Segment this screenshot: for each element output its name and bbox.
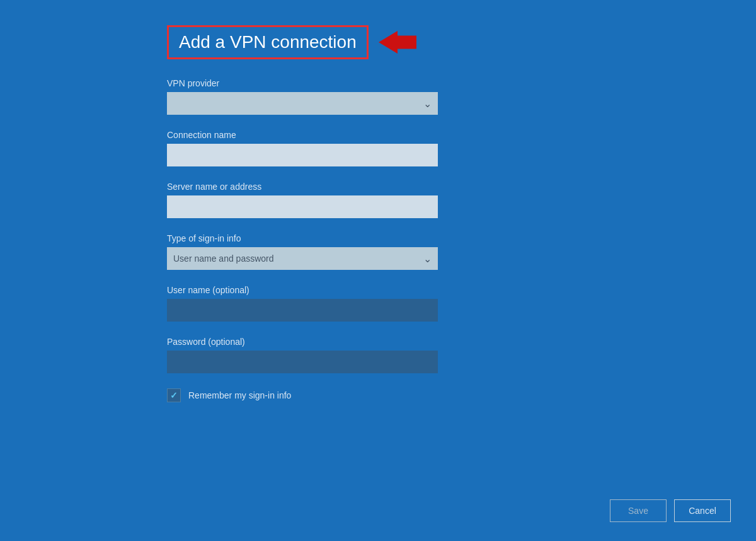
- page-title: Add a VPN connection: [179, 32, 357, 52]
- password-group: Password (optional): [167, 337, 454, 373]
- vpn-provider-select[interactable]: [167, 92, 438, 115]
- remember-signin-checkbox[interactable]: ✓: [167, 388, 181, 402]
- connection-name-label: Connection name: [167, 130, 454, 140]
- sign-in-type-select-wrapper[interactable]: User name and password Certificate Smart…: [167, 247, 438, 270]
- connection-name-input[interactable]: [167, 144, 438, 166]
- username-group: User name (optional): [167, 285, 454, 322]
- buttons-area: Save Cancel: [610, 499, 731, 522]
- vpn-provider-label: VPN provider: [167, 78, 454, 88]
- sign-in-type-group: Type of sign-in info User name and passw…: [167, 233, 454, 270]
- save-button[interactable]: Save: [610, 499, 667, 522]
- server-name-input[interactable]: [167, 195, 438, 218]
- vpn-provider-select-wrapper[interactable]: [167, 92, 438, 115]
- password-input[interactable]: [167, 351, 438, 373]
- title-area: Add a VPN connection: [167, 25, 454, 59]
- username-label: User name (optional): [167, 285, 454, 295]
- title-box: Add a VPN connection: [167, 25, 369, 59]
- checkmark-icon: ✓: [170, 390, 178, 400]
- remember-signin-label: Remember my sign-in info: [188, 390, 291, 400]
- cancel-button[interactable]: Cancel: [674, 499, 731, 522]
- server-name-group: Server name or address: [167, 182, 454, 218]
- back-arrow-icon: [379, 31, 416, 54]
- username-input[interactable]: [167, 299, 438, 322]
- server-name-label: Server name or address: [167, 182, 454, 192]
- sign-in-type-label: Type of sign-in info: [167, 233, 454, 243]
- sign-in-type-select[interactable]: User name and password Certificate Smart…: [167, 247, 438, 270]
- svg-marker-0: [379, 31, 416, 54]
- remember-signin-row: ✓ Remember my sign-in info: [167, 388, 454, 402]
- connection-name-group: Connection name: [167, 130, 454, 166]
- password-label: Password (optional): [167, 337, 454, 347]
- vpn-provider-group: VPN provider: [167, 78, 454, 115]
